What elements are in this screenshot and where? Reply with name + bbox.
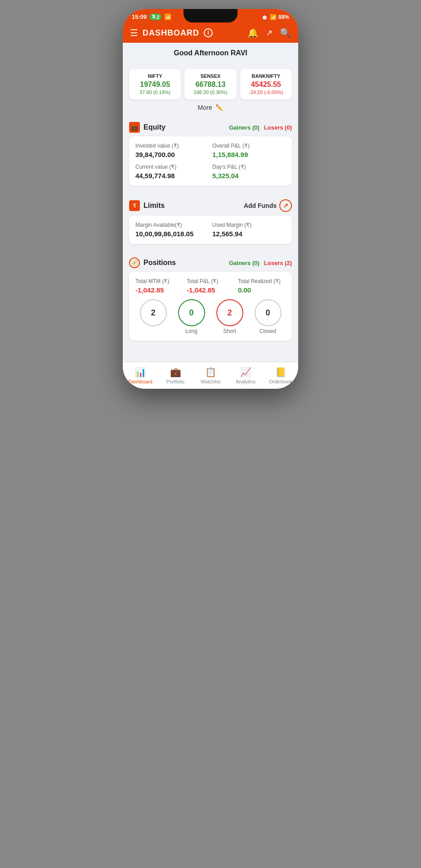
position-long-wrap[interactable]: 0 Long bbox=[178, 299, 205, 334]
orderbook-nav-icon: 📒 bbox=[275, 367, 287, 378]
equity-header: 💼 Equity Gainers (0) Losers (0) bbox=[123, 117, 298, 136]
equity-card: Invested value (₹) 39,84,700.00 Overall … bbox=[129, 136, 292, 186]
trend-icon[interactable]: ↗ bbox=[266, 28, 273, 38]
index-card-nifty[interactable]: NIFTY 19749.05 37.60 (0.19%) bbox=[129, 69, 181, 99]
margin-avail-label: Margin Available(₹) bbox=[135, 222, 209, 228]
battery-label: 88% bbox=[278, 14, 289, 20]
total-realized-group: Total Realized (₹) 0.00 bbox=[238, 278, 286, 294]
positions-gainers[interactable]: Gainers (0) bbox=[229, 260, 260, 266]
nav-analytics[interactable]: 📈 Analytics bbox=[228, 362, 263, 389]
current-value: 44,59,774.98 bbox=[135, 172, 209, 180]
sensex-value: 66788.13 bbox=[188, 81, 233, 89]
total-pl-group: Total P&L (₹) -1,042.85 bbox=[187, 278, 234, 294]
top-nav: ☰ DASHBOARD i 🔔 ↗ 🔍 bbox=[123, 23, 298, 43]
banknifty-value: 45425.55 bbox=[244, 81, 288, 89]
margin-avail-group: Margin Available(₹) 10,00,99,86,018.05 bbox=[135, 222, 209, 238]
search-icon[interactable]: 🔍 bbox=[280, 27, 291, 38]
wifi-badge: ⇅ 2 bbox=[149, 13, 161, 20]
bottom-nav: 📊 Dashboard 💼 Portfolio 📋 Watchlist 📈 An… bbox=[123, 362, 298, 389]
current-label: Current value (₹) bbox=[135, 164, 209, 170]
total-pl-value: -1,042.85 bbox=[187, 286, 234, 294]
watchlist-nav-label: Watchlist bbox=[201, 379, 220, 384]
orders-header: 📋 Orders bbox=[123, 349, 298, 352]
equity-losers[interactable]: Losers (0) bbox=[264, 124, 292, 131]
index-card-banknifty[interactable]: BANKNIFTY 45425.55 -24.20 (-0.05%) bbox=[240, 69, 292, 99]
nifty-value: 19749.05 bbox=[133, 81, 177, 89]
banknifty-change: -24.20 (-0.05%) bbox=[244, 90, 288, 95]
current-value-group: Current value (₹) 44,59,774.98 bbox=[135, 164, 209, 180]
position-closed-wrap[interactable]: 0 Closed bbox=[255, 299, 282, 334]
equity-title: Equity bbox=[143, 123, 166, 131]
limits-icon: ₹ bbox=[129, 200, 140, 211]
nav-portfolio[interactable]: 💼 Portfolio bbox=[158, 362, 193, 389]
total-pl-label: Total P&L (₹) bbox=[187, 278, 234, 284]
sim-icon: 📶 bbox=[164, 13, 171, 20]
edit-icon: ✏️ bbox=[215, 104, 223, 111]
status-time: 15:09 bbox=[132, 13, 147, 20]
menu-icon[interactable]: ☰ bbox=[130, 27, 138, 38]
index-card-sensex[interactable]: SENSEX 66788.13 198.20 (0.30%) bbox=[184, 69, 236, 99]
page-title: DASHBOARD bbox=[143, 28, 199, 38]
nav-orderbook[interactable]: 📒 Orderbook bbox=[263, 362, 298, 389]
signal-icon: 📶 bbox=[270, 14, 277, 20]
position-short-wrap[interactable]: 2 Short bbox=[216, 299, 243, 334]
info-badge[interactable]: i bbox=[204, 28, 213, 37]
banknifty-name: BANKNIFTY bbox=[244, 73, 288, 79]
dashboard-nav-icon: 📊 bbox=[135, 367, 146, 378]
limits-card: Margin Available(₹) 10,00,99,86,018.05 U… bbox=[129, 216, 292, 244]
content-area: Good Afternoon RAVI NIFTY 19749.05 37.60… bbox=[123, 43, 298, 352]
nifty-name: NIFTY bbox=[133, 73, 177, 79]
position-closed-label: Closed bbox=[255, 328, 282, 334]
add-funds-icon: ↗ bbox=[279, 199, 292, 212]
invested-label: Invested value (₹) bbox=[135, 143, 209, 149]
sensex-name: SENSEX bbox=[188, 73, 233, 79]
invested-value: 39,84,700.00 bbox=[135, 151, 209, 158]
more-label: More bbox=[198, 104, 212, 111]
nav-watchlist[interactable]: 📋 Watchlist bbox=[193, 362, 228, 389]
positions-circles-row: 2 0 Long 2 Short bbox=[135, 299, 286, 334]
position-total-circle: 2 bbox=[140, 299, 167, 326]
more-row[interactable]: More ✏️ bbox=[123, 101, 298, 114]
add-funds-group[interactable]: Add Funds ↗ bbox=[244, 199, 292, 212]
margin-avail-value: 10,00,99,86,018.05 bbox=[135, 230, 209, 238]
add-funds-label: Add Funds bbox=[244, 202, 277, 209]
dashboard-nav-label: Dashboard bbox=[128, 379, 152, 384]
day-pl-value: 5,325.04 bbox=[212, 172, 286, 180]
position-short-circle: 2 bbox=[216, 299, 243, 326]
invested-value-group: Invested value (₹) 39,84,700.00 bbox=[135, 143, 209, 158]
equity-icon: 💼 bbox=[129, 122, 140, 133]
sensex-change: 198.20 (0.30%) bbox=[188, 90, 233, 95]
indices-row: NIFTY 19749.05 37.60 (0.19%) SENSEX 6678… bbox=[123, 63, 298, 101]
position-short-label: Short bbox=[216, 328, 243, 334]
portfolio-nav-icon: 💼 bbox=[170, 367, 181, 378]
position-long-label: Long bbox=[178, 328, 205, 334]
limits-header: ₹ Limits Add Funds ↗ bbox=[123, 194, 298, 216]
nifty-change: 37.60 (0.19%) bbox=[133, 90, 177, 95]
nav-dashboard[interactable]: 📊 Dashboard bbox=[123, 362, 158, 389]
positions-losers[interactable]: Losers (2) bbox=[264, 260, 292, 266]
day-pl-label: Day's P&L (₹) bbox=[212, 164, 286, 170]
equity-gainers[interactable]: Gainers (0) bbox=[229, 124, 260, 131]
overall-pl-value: 1,15,884.99 bbox=[212, 151, 286, 158]
positions-icon: 🧭 bbox=[129, 257, 140, 268]
positions-header: 🧭 Positions Gainers (0) Losers (2) bbox=[123, 252, 298, 272]
total-mtm-group: Total MTM (₹) -1,042.85 bbox=[135, 278, 183, 294]
greeting-bar: Good Afternoon RAVI bbox=[123, 43, 298, 63]
limits-title: Limits bbox=[143, 202, 165, 210]
positions-title: Positions bbox=[143, 259, 176, 267]
total-realized-value: 0.00 bbox=[238, 286, 286, 294]
bell-icon[interactable]: 🔔 bbox=[247, 27, 259, 38]
overall-pl-label: Overall P&L (₹) bbox=[212, 143, 286, 149]
total-mtm-value: -1,042.85 bbox=[135, 286, 183, 294]
used-margin-label: Used Margin (₹) bbox=[212, 222, 286, 228]
total-mtm-label: Total MTM (₹) bbox=[135, 278, 183, 284]
positions-card: Total MTM (₹) -1,042.85 Total P&L (₹) -1… bbox=[129, 272, 292, 341]
overall-pl-group: Overall P&L (₹) 1,15,884.99 bbox=[212, 143, 286, 158]
used-margin-value: 12,565.94 bbox=[212, 230, 286, 238]
analytics-nav-label: Analytics bbox=[236, 379, 255, 384]
day-pl-group: Day's P&L (₹) 5,325.04 bbox=[212, 164, 286, 180]
position-closed-circle: 0 bbox=[255, 299, 282, 326]
position-total-wrap[interactable]: 2 bbox=[140, 299, 167, 334]
used-margin-group: Used Margin (₹) 12,565.94 bbox=[212, 222, 286, 238]
watchlist-nav-icon: 📋 bbox=[205, 367, 216, 378]
